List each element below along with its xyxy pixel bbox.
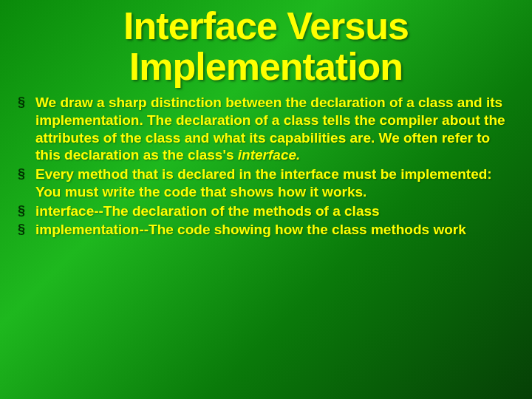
text-pre: Every method that is declared in the int…: [35, 166, 492, 200]
list-item: § Every method that is declared in the i…: [18, 166, 514, 201]
bullet-glyph: §: [18, 221, 28, 238]
bullet-text: interface--The declaration of the method…: [35, 202, 380, 220]
bullet-glyph: §: [18, 94, 28, 111]
bullet-glyph: §: [18, 166, 28, 183]
list-item: § interface--The declaration of the meth…: [18, 202, 514, 220]
bullet-text: Every method that is declared in the int…: [35, 166, 514, 201]
text-pre: interface--The declaration of the method…: [35, 203, 380, 219]
bullet-text: We draw a sharp distinction between the …: [35, 94, 514, 164]
bullet-text: implementation--The code showing how the…: [35, 221, 466, 239]
text-italic: interface.: [238, 147, 300, 163]
slide-content: § We draw a sharp distinction between th…: [0, 94, 532, 239]
list-item: § implementation--The code showing how t…: [18, 221, 514, 239]
list-item: § We draw a sharp distinction between th…: [18, 94, 514, 164]
text-pre: implementation--The code showing how the…: [35, 222, 466, 237]
slide-title: Interface Versus Implementation: [0, 0, 532, 94]
bullet-glyph: §: [18, 202, 28, 219]
